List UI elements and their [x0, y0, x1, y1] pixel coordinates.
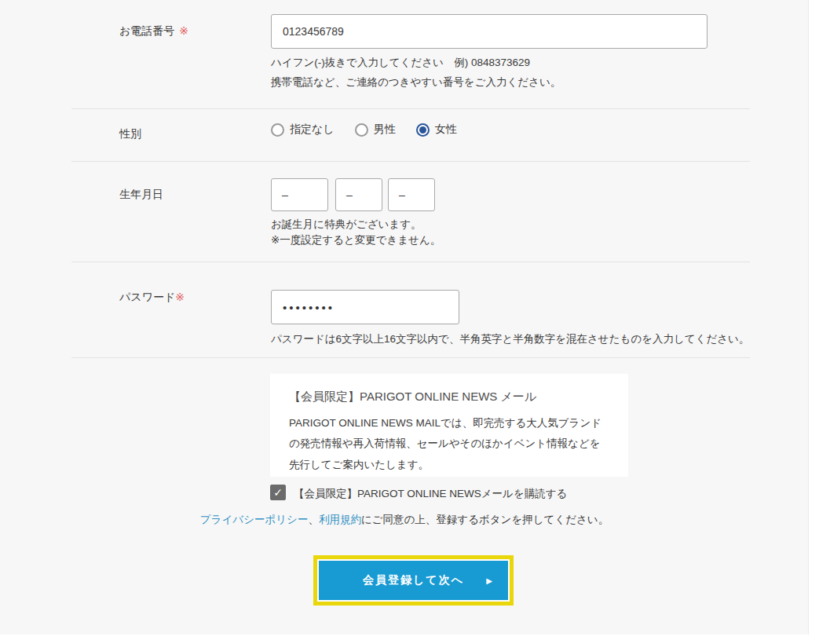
password-label-text: パスワード: [119, 291, 175, 303]
registration-form-page: お電話番号※ ハイフン(-)抜きで入力してください 例) 0848373629 …: [0, 0, 819, 644]
password-label: パスワード※: [119, 291, 185, 305]
birthday-help-line2: ※一度設定すると変更できません。: [271, 233, 441, 247]
password-help: パスワードは6文字以上16文字以内で、半角英字と半角数字を混在させたものを入力し…: [271, 332, 749, 346]
newsletter-subscribe-row: ✓ 【会員限定】PARIGOT ONLINE NEWSメールを購読する: [270, 485, 567, 501]
birth-day-select[interactable]: –: [388, 178, 435, 211]
radio-circle-icon: [416, 123, 430, 137]
newsletter-title: 【会員限定】PARIGOT ONLINE NEWS メール: [289, 390, 609, 404]
radio-dot-icon: [419, 126, 426, 134]
agreement-text: プライバシーポリシー、利用規約にご同意の上、登録するボタンを押してください。: [0, 513, 809, 527]
button-gap: 会員登録して次へ ▶: [317, 559, 510, 602]
radio-circle-icon: [355, 123, 368, 137]
agreement-suffix: にご同意の上、登録するボタンを押してください。: [361, 514, 609, 525]
radio-circle-icon: [271, 123, 284, 137]
gender-radio-1[interactable]: 男性: [355, 123, 396, 137]
newsletter-checkbox-label: 【会員限定】PARIGOT ONLINE NEWSメールを購読する: [294, 485, 567, 501]
gender-radio-0[interactable]: 指定なし: [271, 123, 335, 137]
register-submit-button[interactable]: 会員登録して次へ ▶: [319, 561, 508, 600]
agreement-separator: 、: [308, 514, 319, 525]
phone-label-text: お電話番号: [119, 24, 174, 37]
row-divider: [71, 357, 750, 358]
birth-year-select[interactable]: –: [271, 178, 328, 211]
newsletter-info-box: 【会員限定】PARIGOT ONLINE NEWS メール PARIGOT ON…: [270, 374, 628, 477]
phone-input[interactable]: [271, 14, 707, 49]
phone-required-mark: ※: [179, 24, 188, 37]
privacy-policy-link[interactable]: プライバシーポリシー: [200, 514, 309, 525]
password-required-mark: ※: [175, 291, 185, 303]
gender-radio-group: 指定なし 男性 女性: [271, 123, 477, 137]
arrow-right-icon: ▶: [486, 576, 492, 585]
phone-help-line2: 携帯電話など、ご連絡のつきやすい番号をご入力ください。: [271, 75, 561, 90]
gender-option-label: 指定なし: [290, 123, 335, 137]
newsletter-description: PARIGOT ONLINE NEWS MAILでは、即完売する大人気ブランドの…: [289, 413, 609, 475]
gender-radio-2[interactable]: 女性: [416, 123, 457, 137]
row-divider: [71, 108, 750, 109]
terms-link[interactable]: 利用規約: [319, 514, 361, 525]
register-submit-label: 会員登録して次へ: [363, 573, 464, 587]
checkmark-icon: ✓: [273, 487, 283, 498]
row-divider: [71, 262, 750, 262]
row-divider: [71, 161, 750, 162]
gender-option-label: 女性: [435, 123, 457, 137]
phone-label: お電話番号※: [119, 24, 188, 38]
gender-option-label: 男性: [374, 123, 396, 137]
phone-help-line1: ハイフン(-)抜きで入力してください 例) 0848373629: [271, 56, 530, 70]
password-input[interactable]: ••••••••: [271, 290, 459, 324]
birth-month-select[interactable]: –: [335, 178, 382, 211]
birthday-help-line1: お誕生月に特典がございます。: [271, 218, 422, 232]
newsletter-checkbox[interactable]: ✓: [270, 485, 286, 500]
birthday-label: 生年月日: [119, 188, 163, 202]
click-highlight-annotation: 会員登録して次へ ▶: [313, 555, 514, 606]
gender-label: 性別: [119, 127, 141, 141]
